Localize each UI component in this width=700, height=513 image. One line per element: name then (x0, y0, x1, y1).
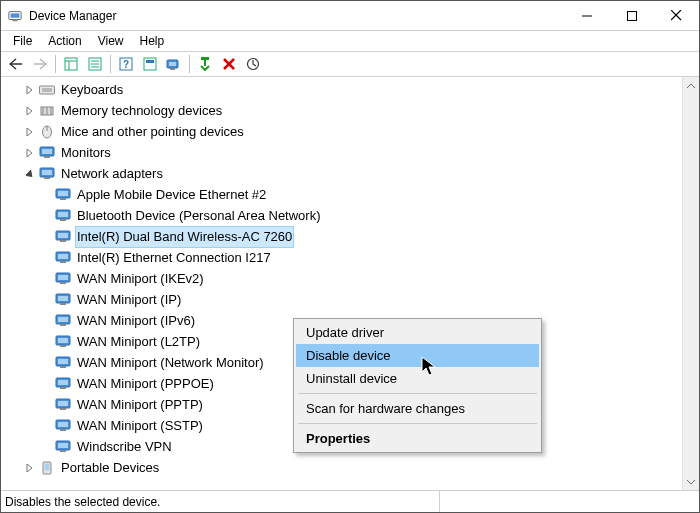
action-button[interactable] (139, 53, 161, 75)
disable-button[interactable] (218, 53, 240, 75)
network-adapter-icon (39, 166, 55, 182)
toolbar-separator (55, 55, 56, 73)
tree-item-net-ikev2[interactable]: WAN Miniport (IKEv2) (5, 268, 699, 289)
menu-bar: File Action View Help (1, 31, 699, 51)
svg-rect-50 (58, 254, 68, 259)
svg-rect-59 (58, 317, 68, 322)
menu-file[interactable]: File (5, 32, 40, 50)
svg-rect-45 (60, 219, 66, 221)
vertical-scrollbar[interactable] (682, 77, 699, 490)
show-hide-console-button[interactable] (60, 53, 82, 75)
title-bar: Device Manager (1, 1, 699, 31)
ctx-separator (298, 423, 537, 424)
tree-label: WAN Miniport (IKEv2) (75, 269, 206, 289)
ctx-uninstall-device[interactable]: Uninstall device (296, 367, 539, 390)
toolbar-separator (110, 55, 111, 73)
ctx-disable-device[interactable]: Disable device (296, 344, 539, 367)
svg-rect-36 (44, 156, 50, 158)
svg-rect-16 (144, 58, 156, 70)
menu-help[interactable]: Help (132, 32, 173, 50)
svg-rect-66 (60, 366, 66, 368)
svg-rect-53 (58, 275, 68, 280)
tree-item-memory-tech[interactable]: Memory technology devices (5, 100, 699, 121)
scroll-down-icon[interactable] (683, 473, 700, 490)
tree-item-net-bluetooth[interactable]: Bluetooth Device (Personal Area Network) (5, 205, 699, 226)
svg-rect-71 (58, 401, 68, 406)
tree-item-net-ip[interactable]: WAN Miniport (IP) (5, 289, 699, 310)
tree-item-portable-devices[interactable]: Portable Devices (5, 457, 699, 478)
svg-rect-75 (60, 429, 66, 431)
expander-collapsed-icon[interactable] (23, 146, 37, 160)
update-driver-button[interactable] (242, 53, 264, 75)
svg-rect-69 (60, 387, 66, 389)
maximize-button[interactable] (609, 1, 654, 30)
network-adapter-icon (55, 439, 71, 455)
forward-button[interactable] (29, 53, 51, 75)
tree-label: Memory technology devices (59, 101, 224, 121)
menu-view[interactable]: View (90, 32, 132, 50)
tree-item-network-adapters[interactable]: Network adapters (5, 163, 699, 184)
svg-rect-74 (58, 422, 68, 427)
ctx-update-driver[interactable]: Update driver (296, 321, 539, 344)
tree-item-mice[interactable]: Mice and other pointing devices (5, 121, 699, 142)
window-title: Device Manager (29, 9, 564, 23)
network-adapter-icon (55, 187, 71, 203)
ctx-properties[interactable]: Properties (296, 427, 539, 450)
svg-rect-19 (169, 62, 176, 66)
status-text: Disables the selected device. (5, 491, 440, 512)
expander-collapsed-icon[interactable] (23, 104, 37, 118)
context-menu: Update driver Disable device Uninstall d… (293, 318, 542, 453)
network-adapter-icon (55, 292, 71, 308)
help-button[interactable]: ? (115, 53, 137, 75)
tree-label: WAN Miniport (PPTP) (75, 395, 205, 415)
svg-rect-72 (60, 408, 66, 410)
network-adapter-icon (55, 376, 71, 392)
tree-label: Mice and other pointing devices (59, 122, 246, 142)
svg-rect-57 (60, 303, 66, 305)
svg-rect-7 (65, 58, 77, 70)
svg-rect-54 (60, 282, 66, 284)
svg-rect-1 (11, 13, 20, 17)
svg-rect-2 (12, 19, 17, 21)
tree-label: WAN Miniport (PPPOE) (75, 374, 216, 394)
svg-rect-65 (58, 359, 68, 364)
tree-label: Network adapters (59, 164, 165, 184)
network-adapter-icon (55, 313, 71, 329)
tree-item-net-intel-wifi[interactable]: Intel(R) Dual Band Wireless-AC 7260 (5, 226, 699, 247)
status-spacer (446, 491, 689, 512)
svg-rect-25 (40, 86, 55, 94)
network-adapter-icon (55, 229, 71, 245)
menu-action[interactable]: Action (40, 32, 89, 50)
svg-text:?: ? (123, 59, 129, 70)
svg-rect-20 (170, 68, 175, 70)
svg-rect-62 (58, 338, 68, 343)
tree-item-net-intel-eth[interactable]: Intel(R) Ethernet Connection I217 (5, 247, 699, 268)
tree-label: WAN Miniport (L2TP) (75, 332, 202, 352)
scroll-up-icon[interactable] (683, 77, 700, 94)
svg-rect-17 (146, 60, 154, 63)
svg-rect-35 (42, 149, 52, 154)
expander-collapsed-icon[interactable] (23, 83, 37, 97)
minimize-button[interactable] (564, 1, 609, 30)
tree-label: Bluetooth Device (Personal Area Network) (75, 206, 323, 226)
scan-hardware-button[interactable] (163, 53, 185, 75)
expander-collapsed-icon[interactable] (23, 461, 37, 475)
memory-icon (39, 103, 55, 119)
ctx-scan-hardware[interactable]: Scan for hardware changes (296, 397, 539, 420)
window-controls (564, 1, 699, 30)
close-button[interactable] (654, 1, 699, 30)
properties-button[interactable] (84, 53, 106, 75)
expander-expanded-icon[interactable] (23, 167, 37, 181)
monitor-icon (39, 145, 55, 161)
tree-item-monitors[interactable]: Monitors (5, 142, 699, 163)
svg-rect-48 (60, 240, 66, 242)
expander-collapsed-icon[interactable] (23, 125, 37, 139)
tree-label: WAN Miniport (IP) (75, 290, 183, 310)
device-tree-area: Keyboards Memory technology devices Mice… (1, 77, 699, 491)
tree-item-keyboards[interactable]: Keyboards (5, 79, 699, 100)
back-button[interactable] (5, 53, 27, 75)
enable-button[interactable] (194, 53, 216, 75)
tree-label: Monitors (59, 143, 113, 163)
network-adapter-icon (55, 271, 71, 287)
tree-item-net-apple[interactable]: Apple Mobile Device Ethernet #2 (5, 184, 699, 205)
